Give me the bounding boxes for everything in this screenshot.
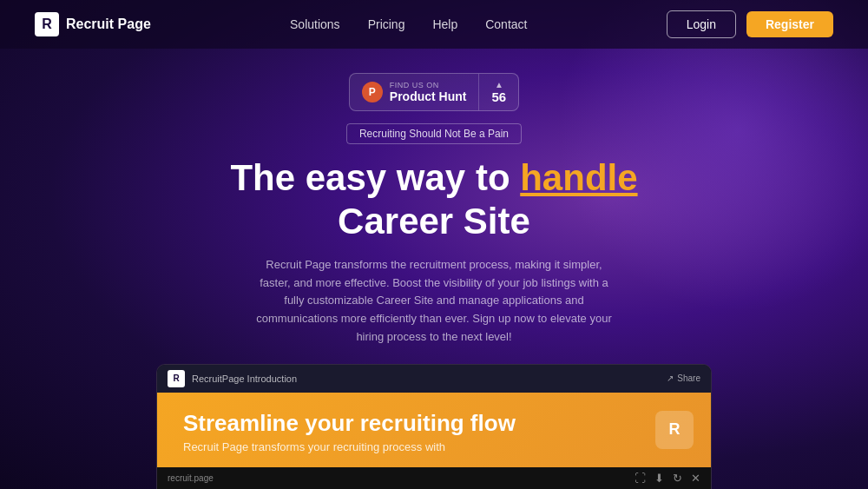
refresh-icon[interactable]: ↻ — [673, 472, 682, 485]
close-icon[interactable]: ✕ — [691, 472, 700, 485]
headline-part1: The easy way to — [230, 157, 520, 198]
login-button[interactable]: Login — [667, 10, 736, 38]
video-brand-logo: R — [655, 411, 694, 449]
download-icon[interactable]: ⬇ — [654, 472, 664, 485]
nav-solutions[interactable]: Solutions — [290, 17, 340, 31]
nav-pricing[interactable]: Pricing — [368, 17, 405, 31]
register-button[interactable]: Register — [746, 11, 833, 37]
video-ctrl-icons: ⛶ ⬇ ↻ ✕ — [635, 472, 700, 485]
video-title: RecruitPage Introduction — [192, 373, 297, 384]
headline-highlight: handle — [520, 157, 637, 198]
video-container: R RecruitPage Introduction ↗ Share Strea… — [156, 364, 712, 489]
video-share[interactable]: ↗ Share — [667, 373, 700, 383]
video-logo-small: R — [168, 370, 185, 387]
video-wrapper: R RecruitPage Introduction ↗ Share Strea… — [156, 364, 712, 489]
logo-text: Recruit Page — [66, 17, 151, 32]
hero-tag: Recruiting Should Not Be a Pain — [346, 123, 522, 144]
share-icon: ↗ — [667, 373, 674, 383]
navbar: R Recruit Page Solutions Pricing Help Co… — [0, 0, 868, 49]
video-controls: recruit.page ⛶ ⬇ ↻ ✕ — [157, 467, 711, 489]
ph-logo-icon: P — [362, 82, 383, 102]
hero-description: Recruit Page transforms the recruitment … — [252, 256, 616, 347]
video-banner-text: Streamline your recruiting flow — [183, 410, 685, 437]
nav-contact[interactable]: Contact — [485, 17, 527, 31]
logo-area[interactable]: R Recruit Page — [35, 12, 151, 36]
share-label: Share — [677, 373, 700, 383]
hero-headline: The easy way to handle Career Site — [230, 156, 637, 244]
ph-count: 56 — [491, 89, 506, 104]
video-banner-sub: Recruit Page transforms your recruiting … — [183, 440, 685, 453]
ph-right: ▲ 56 — [479, 75, 518, 109]
logo-icon: R — [35, 12, 59, 36]
product-hunt-badge[interactable]: P FIND US ON Product Hunt ▲ 56 — [349, 73, 519, 111]
ph-left: P FIND US ON Product Hunt — [350, 74, 480, 110]
video-topbar: R RecruitPage Introduction ↗ Share — [157, 365, 711, 393]
fullscreen-icon[interactable]: ⛶ — [635, 472, 646, 485]
ph-text-area: FIND US ON Product Hunt — [390, 81, 467, 103]
hero-section: P FIND US ON Product Hunt ▲ 56 Recruitin… — [0, 49, 868, 347]
video-topbar-left: R RecruitPage Introduction — [168, 370, 297, 387]
video-banner: Streamline your recruiting flow Recruit … — [157, 393, 711, 467]
video-url: recruit.page — [168, 473, 214, 483]
nav-links: Solutions Pricing Help Contact — [290, 17, 527, 31]
ph-name: Product Hunt — [390, 89, 467, 103]
headline-part2: Career Site — [338, 201, 530, 241]
nav-help[interactable]: Help — [432, 17, 457, 31]
ph-find-label: FIND US ON — [390, 81, 467, 89]
nav-actions: Login Register — [667, 10, 833, 38]
ph-arrow-icon: ▲ — [495, 80, 503, 89]
